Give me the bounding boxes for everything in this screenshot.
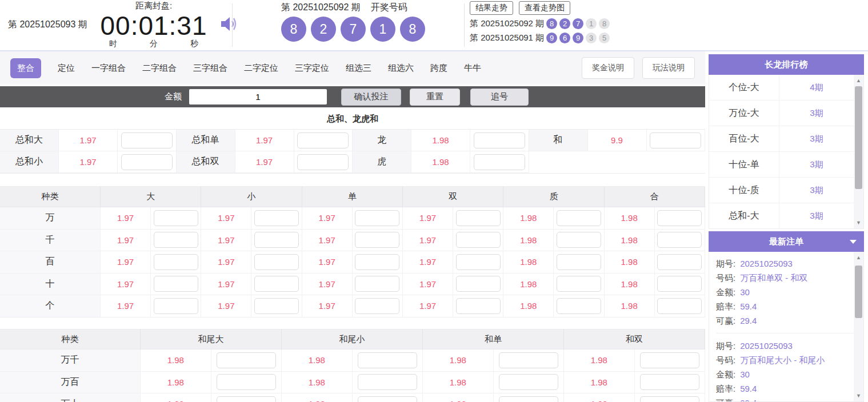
bet-cell <box>251 207 302 230</box>
history-ball: 9 <box>573 33 583 43</box>
ranking-panel-header: 长龙排行榜 <box>709 54 864 75</box>
bet-amount-input[interactable] <box>358 374 417 390</box>
bet-amount-input[interactable] <box>557 254 601 270</box>
bet-amount-input[interactable] <box>297 132 349 148</box>
bet-amount-input[interactable] <box>657 298 702 314</box>
tab-dingwei[interactable]: 定位 <box>58 63 75 74</box>
countdown-block: 距离封盘: 00:01:31 时 分 秒 <box>93 1 214 49</box>
bet-amount-input[interactable] <box>557 276 601 292</box>
bet-amount-input[interactable] <box>557 210 601 226</box>
bet-amount-input[interactable] <box>557 298 601 314</box>
bet-amount-input[interactable] <box>456 232 501 248</box>
bet-amount-input[interactable] <box>355 254 399 270</box>
rules-info-button[interactable]: 玩法说明 <box>642 57 695 79</box>
chase-number-button[interactable]: 追号 <box>470 89 529 106</box>
bet-amount-input[interactable] <box>358 396 417 402</box>
odds-cell: 1.98 <box>282 393 353 402</box>
bet-amount-input[interactable] <box>456 276 501 292</box>
odds-cell: 1.97 <box>302 230 353 252</box>
bet-amount-input[interactable] <box>154 232 198 248</box>
bet-amount-input[interactable] <box>154 276 198 292</box>
tab-sanzi-dingwei[interactable]: 三字定位 <box>295 63 329 74</box>
bet-amount-input[interactable] <box>297 154 349 170</box>
order-entry: 期号: 20251025093 号码: 万百和尾大小 - 和尾小 金额: 30 … <box>716 333 854 402</box>
bet-amount-input[interactable] <box>355 232 399 248</box>
bet-amount-input[interactable] <box>254 276 299 292</box>
bet-amount-input[interactable] <box>456 254 501 270</box>
bet-amount-input[interactable] <box>499 374 558 390</box>
triangle-up-icon[interactable]: ▲ <box>854 77 863 85</box>
tab-yizi-zuhe[interactable]: 一字组合 <box>91 63 126 74</box>
scrollbar-thumb[interactable] <box>855 266 862 318</box>
bet-cell <box>635 349 706 372</box>
confirm-bet-button[interactable]: 确认投注 <box>341 89 401 106</box>
bet-amount-input[interactable] <box>474 132 525 148</box>
bet-amount-input[interactable] <box>657 210 702 226</box>
column-header: 和单 <box>423 329 564 349</box>
bet-amount-input[interactable] <box>499 352 558 368</box>
chevron-down-icon[interactable] <box>850 240 857 244</box>
bet-amount-input[interactable] <box>355 276 399 292</box>
view-trend-chart-button[interactable]: 查看走势图 <box>519 1 570 15</box>
bet-amount-input[interactable] <box>254 254 299 270</box>
odds-value: 1.98 <box>309 355 325 365</box>
row-label: 千 <box>0 230 101 252</box>
prize-info-button[interactable]: 奖金说明 <box>582 57 634 79</box>
bet-amount-input[interactable] <box>217 352 276 368</box>
bet-amount-input[interactable] <box>657 276 702 292</box>
bet-amount-input[interactable] <box>154 254 198 270</box>
bet-amount-input[interactable] <box>657 254 702 270</box>
bet-amount-input[interactable] <box>355 298 399 314</box>
tab-zuxuan-liu[interactable]: 组选六 <box>388 63 414 74</box>
bet-amount-input[interactable] <box>456 298 501 314</box>
bet-amount-input[interactable] <box>650 132 701 148</box>
column-header: 双 <box>403 187 503 207</box>
bet-amount-input[interactable] <box>640 374 699 390</box>
bet-amount-input[interactable] <box>358 352 417 368</box>
table-row: 万千 1.98 1.98 1.98 1.98 <box>0 349 705 372</box>
bet-cell <box>118 130 177 151</box>
tab-kuadu[interactable]: 跨度 <box>430 63 447 74</box>
bet-amount-input[interactable] <box>657 232 702 248</box>
odds-cell: 1.97 <box>101 274 151 296</box>
tab-erzi-zuhe[interactable]: 二字组合 <box>142 63 177 74</box>
result-trend-button[interactable]: 结果走势 <box>470 1 513 15</box>
bet-amount-input[interactable] <box>640 396 699 402</box>
odds-value: 1.98 <box>520 279 537 289</box>
scrollbar-thumb[interactable] <box>855 86 862 189</box>
triangle-up-icon[interactable]: ▲ <box>854 254 863 262</box>
bet-amount-input[interactable] <box>557 232 601 248</box>
tab-zhenghe[interactable]: 整合 <box>10 58 41 78</box>
bet-type-label: 总和双 <box>177 151 235 173</box>
bet-amount-input[interactable] <box>217 374 276 390</box>
bet-amount-input[interactable] <box>217 396 276 402</box>
bet-amount-input[interactable] <box>640 352 699 368</box>
bet-amount-input[interactable] <box>254 232 299 248</box>
triangle-down-icon[interactable]: ▼ <box>854 392 863 400</box>
bet-amount-input[interactable] <box>121 132 173 148</box>
bet-amount-input[interactable] <box>355 210 399 226</box>
ranking-scrollbar[interactable]: ▲ ▼ <box>854 75 863 228</box>
bet-amount-input[interactable] <box>474 154 525 170</box>
bet-amount-input[interactable] <box>499 396 558 402</box>
triangle-down-icon[interactable]: ▼ <box>854 219 863 227</box>
tab-zuxuan-san[interactable]: 组选三 <box>346 63 371 74</box>
bet-amount-input[interactable] <box>154 298 198 314</box>
bet-amount-input[interactable] <box>121 154 173 170</box>
bet-amount-input[interactable] <box>154 210 198 226</box>
odds-cell: 1.98 <box>411 130 470 151</box>
bet-cell <box>554 251 604 274</box>
bet-cell <box>453 274 503 296</box>
bet-amount-input[interactable] <box>254 210 299 226</box>
tab-erzi-dingwei[interactable]: 二字定位 <box>244 63 278 74</box>
reset-button[interactable]: 重置 <box>410 89 460 106</box>
amount-input[interactable] <box>189 89 327 104</box>
tab-sanzi-zuhe[interactable]: 三字组合 <box>193 63 227 74</box>
odds-value: 1.98 <box>432 135 449 145</box>
speaker-icon[interactable] <box>220 15 238 35</box>
bet-amount-input[interactable] <box>456 210 501 226</box>
odds-cell: 1.97 <box>59 151 118 173</box>
bet-amount-input[interactable] <box>254 298 299 314</box>
orders-scrollbar[interactable]: ▲ ▼ <box>854 252 863 401</box>
tab-niuniu[interactable]: 牛牛 <box>464 63 481 74</box>
